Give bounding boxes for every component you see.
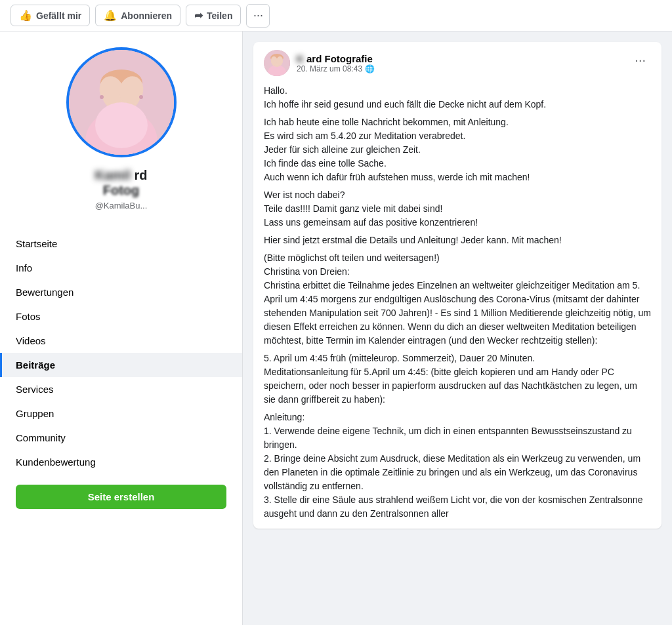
sidebar-item-videos[interactable]: Videos <box>0 329 242 353</box>
post-author-name: K ard Fotografie <box>297 53 375 64</box>
more-options-button[interactable]: ··· <box>246 4 270 28</box>
content-area: K ard Fotografie 20. März um 08:43 🌐 ··· <box>243 31 672 625</box>
subscribe-icon: 🔔 <box>104 9 117 22</box>
svg-point-7 <box>100 95 104 99</box>
post-line-7: Anleitung:1. Verwende deine eigene Techn… <box>264 411 651 521</box>
post-card: K ard Fotografie 20. März um 08:43 🌐 ··· <box>253 42 662 529</box>
sidebar-item-fotos[interactable]: Fotos <box>0 304 242 329</box>
subscribe-button[interactable]: 🔔 Abonnieren <box>95 5 180 26</box>
more-icon: ··· <box>253 9 263 22</box>
like-label: Gefällt mir <box>36 10 81 21</box>
post-line-6: 5. April um 4:45 früh (mitteleurop. Somm… <box>264 352 651 407</box>
post-line-4: Hier sind jetzt erstmal die Details und … <box>264 233 651 247</box>
globe-icon: 🌐 <box>365 64 375 73</box>
share-label: Teilen <box>207 10 232 21</box>
page-wrapper: 👍 Gefällt mir 🔔 Abonnieren ➦ Teilen ··· <box>0 0 672 625</box>
post-time: 20. März um 08:43 🌐 <box>297 64 375 73</box>
share-icon: ➦ <box>194 9 203 22</box>
post-more-icon: ··· <box>635 52 646 67</box>
sidebar-item-gruppen[interactable]: Gruppen <box>0 401 242 426</box>
avatar-silhouette-svg <box>69 50 174 155</box>
post-header-left: K ard Fotografie 20. März um 08:43 🌐 <box>264 50 375 76</box>
sidebar: Kamil rd Fotog @KamilaBu... Startseite I… <box>0 31 243 625</box>
sidebar-item-beitraege[interactable]: Beiträge <box>0 353 242 377</box>
post-avatar-image <box>264 50 290 76</box>
svg-point-6 <box>95 102 148 148</box>
profile-section: Kamil rd Fotog @KamilaBu... <box>0 31 242 232</box>
sidebar-item-startseite[interactable]: Startseite <box>0 232 242 256</box>
post-avatar <box>264 50 290 76</box>
profile-avatar-container <box>66 47 177 157</box>
post-body: Hallo.Ich hoffe ihr seid gesund und euch… <box>253 84 662 529</box>
post-line-3: Wer ist noch dabei?Teile das!!!! Damit g… <box>264 188 651 230</box>
post-avatar-svg <box>264 50 290 76</box>
sidebar-item-bewertungen[interactable]: Bewertungen <box>0 280 242 304</box>
post-line-1: Hallo.Ich hoffe ihr seid gesund und euch… <box>264 84 651 111</box>
create-page-button[interactable]: Seite erstellen <box>16 485 226 509</box>
profile-avatar <box>69 50 174 155</box>
top-action-bar: 👍 Gefällt mir 🔔 Abonnieren ➦ Teilen ··· <box>0 0 672 31</box>
share-button[interactable]: ➦ Teilen <box>186 5 241 26</box>
post-header: K ard Fotografie 20. März um 08:43 🌐 ··· <box>253 42 662 84</box>
sidebar-item-services[interactable]: Services <box>0 377 242 401</box>
profile-handle: @KamilaBu... <box>95 201 148 211</box>
sidebar-item-kundenbewertung[interactable]: Kundenbewertung <box>0 450 242 474</box>
like-icon: 👍 <box>19 9 32 22</box>
post-line-2: Ich hab heute eine tolle Nachricht bekom… <box>264 115 651 184</box>
post-options-button[interactable]: ··· <box>629 50 651 70</box>
profile-name: Kamil rd Fotog <box>94 168 147 198</box>
navigation-menu: Startseite Info Bewertungen Fotos Videos… <box>0 232 242 474</box>
subscribe-label: Abonnieren <box>121 10 172 21</box>
post-line-5: (Bitte möglichst oft teilen und weitersa… <box>264 251 651 348</box>
svg-point-8 <box>139 95 143 99</box>
main-layout: Kamil rd Fotog @KamilaBu... Startseite I… <box>0 31 672 625</box>
sidebar-item-community[interactable]: Community <box>0 426 242 450</box>
post-meta: K ard Fotografie 20. März um 08:43 🌐 <box>297 53 375 73</box>
like-button[interactable]: 👍 Gefällt mir <box>10 5 90 26</box>
sidebar-item-info[interactable]: Info <box>0 256 242 280</box>
